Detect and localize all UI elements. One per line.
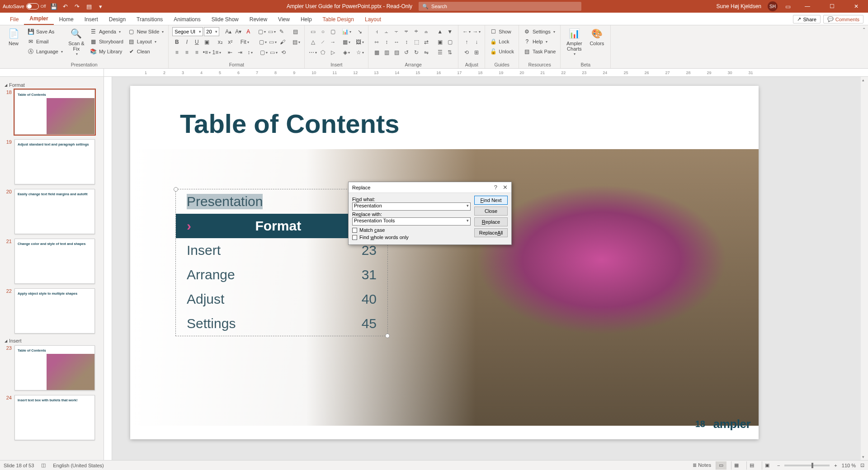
lock-guides-button[interactable]: 🔒Lock	[489, 37, 515, 46]
toc-row[interactable]: Arrange31	[176, 263, 387, 287]
slide-thumbnail[interactable]: Apply object style to multiple shapes	[14, 288, 95, 334]
shape-arrow-icon[interactable]: →	[328, 38, 337, 47]
slide-title[interactable]: Table of Contents	[180, 108, 399, 139]
reorder-icon[interactable]: ⇅	[445, 48, 454, 57]
align-middle-obj-icon[interactable]: ⫩	[412, 27, 421, 36]
distribute-v-icon[interactable]: ↕	[382, 38, 391, 47]
font-family-combo[interactable]: Segoe UI	[172, 27, 203, 36]
line-spacing-icon[interactable]: ↕	[245, 48, 255, 57]
align-left-icon[interactable]: ≡	[172, 48, 181, 57]
bullets-icon[interactable]: •≡	[202, 48, 211, 57]
slide-thumbnail[interactable]: Easily change text field margins and aut…	[14, 189, 95, 234]
my-library-button[interactable]: 📚My Library	[89, 47, 124, 56]
fit-button[interactable]: Fit	[236, 38, 254, 47]
replace-all-button[interactable]: Replace All	[474, 228, 508, 237]
align-left-obj-icon[interactable]: ⫞	[372, 27, 381, 36]
dialog-help-icon[interactable]: ?	[494, 184, 497, 191]
distribute-h-icon[interactable]: ⇿	[372, 38, 381, 47]
replace-button[interactable]: Replace	[474, 217, 508, 226]
grid-icon[interactable]: ▦	[372, 48, 381, 57]
comments-button[interactable]: 💬Comments	[823, 15, 863, 24]
slide-canvas[interactable]: Table of Contents Presentation3Format18I…	[130, 86, 759, 439]
slide-thumbnail-pane[interactable]: Format18Table of Contents19Adjust standa…	[0, 77, 104, 460]
show-guides-button[interactable]: ☐Show	[489, 27, 515, 36]
scan-fix-button[interactable]: 🔍Scan & Fix	[66, 27, 86, 56]
autosave-toggle[interactable]: AutoSave Off	[3, 3, 46, 9]
fill-color-icon[interactable]: ▢	[257, 27, 266, 36]
save-as-button[interactable]: 💾Save As	[26, 27, 64, 36]
slide-edit-area[interactable]: Table of Contents Presentation3Format18I…	[112, 77, 868, 460]
slide-thumbnail[interactable]: Change color and style of text and shape…	[14, 239, 95, 284]
tab-home[interactable]: Home	[54, 14, 79, 25]
shape-effects-icon[interactable]: ▭	[269, 48, 278, 57]
wrap-text-icon[interactable]: ▤	[292, 38, 301, 47]
slide-thumbnail[interactable]: Table of Contents	[14, 89, 95, 135]
icons-icon[interactable]: ☆	[355, 48, 364, 57]
superscript-icon[interactable]: x²	[226, 38, 235, 47]
align-right-icon[interactable]: ≡	[192, 48, 201, 57]
find-what-input[interactable]: Presentation	[352, 202, 471, 211]
font-size-combo[interactable]: 20	[204, 27, 219, 36]
toc-row[interactable]: Adjust40	[176, 287, 387, 311]
slideshow-view-icon[interactable]: ▣	[762, 461, 773, 470]
stack-v-icon[interactable]: ▤	[392, 48, 401, 57]
same-width-icon[interactable]: ↔	[392, 38, 401, 47]
language-status[interactable]: English (United States)	[53, 463, 104, 468]
text-box-icon[interactable]: ▤	[291, 27, 300, 36]
ungroup-icon[interactable]: ▢	[445, 38, 454, 47]
tab-transitions[interactable]: Transitions	[131, 14, 168, 25]
snap-icon[interactable]: ⊞	[472, 48, 481, 57]
italic-icon[interactable]: I	[182, 38, 191, 47]
layout-button[interactable]: ▤Layout	[127, 37, 165, 46]
tab-layout[interactable]: Layout	[359, 14, 387, 25]
align-bottom-obj-icon[interactable]: ⫨	[422, 27, 431, 36]
storyboard-button[interactable]: ▦Storyboard	[89, 37, 124, 46]
unlock-guides-button[interactable]: 🔓Unlock	[489, 47, 515, 56]
fit-to-window-icon[interactable]: ⊡	[860, 462, 864, 468]
swap-icon[interactable]: ⇄	[422, 38, 431, 47]
undo-icon[interactable]: ↶	[61, 2, 70, 10]
shape-outline-icon[interactable]: ▭	[268, 38, 277, 47]
rotate-right-icon[interactable]: ↻	[412, 48, 421, 57]
reading-view-icon[interactable]: ▤	[746, 461, 757, 470]
task-pane-button[interactable]: ▤Task Pane	[523, 47, 557, 56]
align-right-obj-icon[interactable]: ⫟	[392, 27, 401, 36]
clean-button[interactable]: ✔Clean	[127, 47, 165, 56]
grow-font-icon[interactable]: A▴	[224, 27, 233, 36]
shape-pentagon-icon[interactable]: ⬠	[318, 48, 327, 57]
shape-chevron-icon[interactable]: ▷	[328, 48, 337, 57]
close-dialog-button[interactable]: Close	[474, 207, 508, 216]
align-top-obj-icon[interactable]: ⫧	[402, 27, 411, 36]
section-header[interactable]: Insert	[5, 338, 99, 343]
reset-icon[interactable]: ⟲	[462, 48, 471, 57]
eyedropper-icon[interactable]: ✎	[277, 27, 286, 36]
highlight-icon[interactable]: ▣	[202, 38, 211, 47]
save-icon[interactable]: 💾	[50, 2, 58, 10]
shape-rect-icon[interactable]: ▭	[308, 27, 317, 36]
find-next-button[interactable]: Find Next	[474, 196, 508, 205]
share-button[interactable]: ↗Share	[793, 15, 820, 24]
picture-icon[interactable]: 🖼	[355, 38, 364, 47]
settings-button[interactable]: ⚙Settings	[523, 27, 557, 36]
shape-line-icon[interactable]: ⟋	[318, 38, 327, 47]
underline-icon[interactable]: U	[192, 38, 201, 47]
more-shapes-icon[interactable]: ⋯	[308, 48, 317, 57]
user-avatar[interactable]: SH	[768, 1, 778, 11]
tab-slideshow[interactable]: Slide Show	[206, 14, 244, 25]
subscript-icon[interactable]: x₂	[216, 38, 225, 47]
sorter-view-icon[interactable]: ▦	[731, 461, 742, 470]
shape-roundrect-icon[interactable]: ▢	[328, 27, 337, 36]
shrink-font-icon[interactable]: A▾	[234, 27, 243, 36]
send-back-icon[interactable]: ▼	[445, 27, 454, 36]
tab-table-design[interactable]: Table Design	[317, 14, 359, 25]
tab-ampler[interactable]: Ampler	[24, 13, 53, 25]
vertical-scrollbar[interactable]	[861, 77, 868, 460]
slide-counter[interactable]: Slide 18 of 53	[4, 463, 34, 468]
accessibility-icon[interactable]: ◫	[41, 462, 46, 468]
align-center-obj-icon[interactable]: ⫠	[382, 27, 391, 36]
section-header[interactable]: Format	[5, 82, 99, 88]
decrease-indent-icon[interactable]: ⇤	[226, 48, 235, 57]
numbering-icon[interactable]: 1≡	[212, 48, 221, 57]
whole-words-checkbox[interactable]: Find whole words only	[352, 235, 471, 240]
zoom-out-button[interactable]: −	[777, 463, 780, 468]
